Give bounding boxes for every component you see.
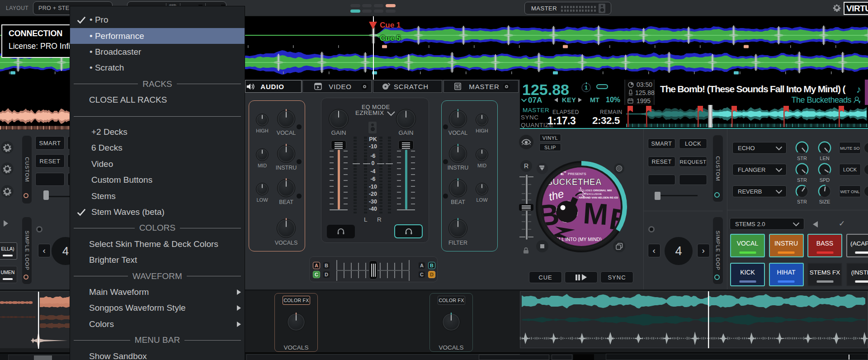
svg-text:PRESENTS: PRESENTS — [568, 172, 586, 176]
svg-text:M: M — [582, 196, 609, 232]
svg-text:PLUS EXCLUSIVE: PLUS EXCLUSIVE — [579, 193, 602, 195]
svg-text:INCLUDES ORIGINAL MIX: INCLUDES ORIGINAL MIX — [579, 189, 612, 192]
